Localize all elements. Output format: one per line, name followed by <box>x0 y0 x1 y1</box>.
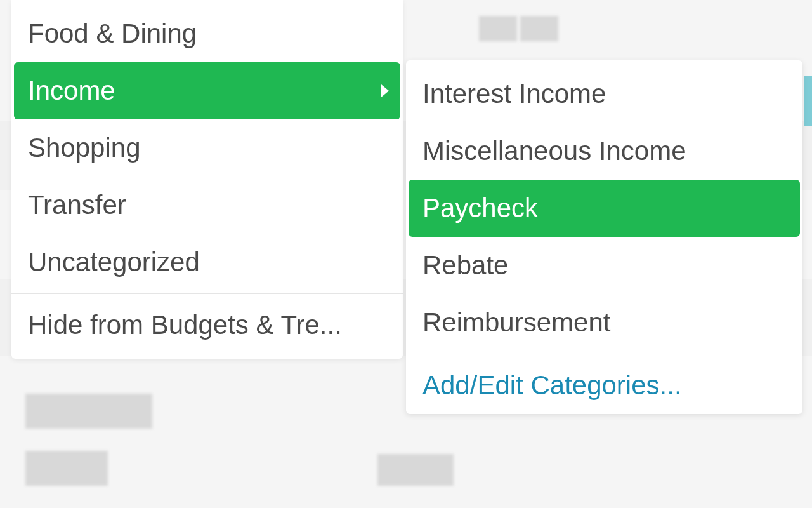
category-item-food-dining[interactable]: Food & Dining <box>11 5 403 62</box>
subcategory-item-reimbursement[interactable]: Reimbursement <box>406 294 802 351</box>
category-label: Income <box>28 76 115 106</box>
subcategory-item-paycheck[interactable]: Paycheck <box>409 180 800 237</box>
subcategory-item-interest-income[interactable]: Interest Income <box>406 65 802 123</box>
blurred-content <box>25 394 152 429</box>
blurred-content <box>479 16 517 41</box>
blurred-content <box>377 454 454 486</box>
subcategory-item-miscellaneous-income[interactable]: Miscellaneous Income <box>406 123 802 180</box>
category-item-transfer[interactable]: Transfer <box>11 177 403 234</box>
subcategory-label: Paycheck <box>422 193 538 224</box>
category-label: Hide from Budgets & Tre... <box>28 310 342 340</box>
category-label: Shopping <box>28 133 141 163</box>
blurred-content <box>520 16 558 41</box>
subcategory-label: Reimbursement <box>422 307 610 338</box>
scrollbar-hint <box>804 76 812 126</box>
menu-divider <box>11 293 403 294</box>
menu-divider <box>406 354 802 354</box>
category-menu-secondary: Interest Income Miscellaneous Income Pay… <box>406 60 802 414</box>
subcategory-item-rebate[interactable]: Rebate <box>406 237 802 294</box>
subcategory-label: Rebate <box>422 250 508 281</box>
add-edit-categories-link[interactable]: Add/Edit Categories... <box>406 357 802 414</box>
subcategory-label: Miscellaneous Income <box>422 136 686 166</box>
category-item-uncategorized[interactable]: Uncategorized <box>11 234 403 291</box>
category-item-hide-from-budgets[interactable]: Hide from Budgets & Tre... <box>11 297 403 354</box>
category-item-shopping[interactable]: Shopping <box>11 119 403 177</box>
category-item-income[interactable]: Income <box>14 62 400 119</box>
link-label: Add/Edit Categories... <box>422 370 682 401</box>
category-label: Uncategorized <box>28 247 200 277</box>
category-label: Food & Dining <box>28 18 197 49</box>
blurred-content <box>25 451 108 486</box>
subcategory-label: Interest Income <box>422 79 606 109</box>
category-label: Transfer <box>28 190 126 220</box>
submenu-arrow-icon <box>381 84 389 97</box>
category-menu-primary: Food & Dining Income Shopping Transfer U… <box>11 0 403 359</box>
